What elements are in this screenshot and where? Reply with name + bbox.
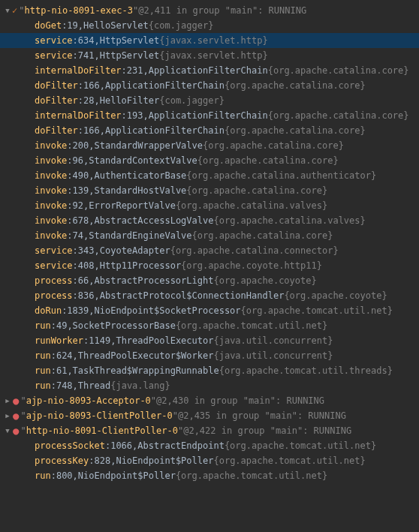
stack-frame[interactable]: run:49, SocketProcessorBase {org.apache.… (0, 318, 419, 333)
quote: " (20, 393, 26, 408)
thread-row[interactable]: ▼● "http-nio-8091-ClientPoller-0"@2,422 … (0, 423, 419, 438)
stack-frame[interactable]: internalDoFilter:231, ApplicationFilterC… (0, 63, 419, 78)
frame-class: ThreadPoolExecutor$Worker (78, 348, 214, 363)
chevron-right-icon[interactable]: ▶ (3, 393, 12, 408)
stack-frame[interactable]: runWorker:1149, ThreadPoolExecutor {java… (0, 333, 419, 348)
frame-line: 166 (83, 78, 100, 93)
frame-line: 1066 (110, 438, 132, 453)
frame-package: {org.apache.tomcat.util.net} (176, 318, 327, 333)
stack-frame[interactable]: doFilter:166, ApplicationFilterChain {or… (0, 78, 419, 93)
frame-line: 836 (78, 288, 95, 303)
frame-line: 61 (56, 363, 67, 378)
frame-class: AbstractEndpoint (137, 438, 225, 453)
frame-line: 1839 (67, 303, 89, 318)
frame-class: ApplicationFilterChain (149, 63, 268, 78)
stack-frame[interactable]: run:800, NioEndpoint$Poller {org.apache.… (0, 468, 419, 483)
breakpoint-icon: ● (13, 395, 19, 406)
thread-name: http-nio-8091-exec-3 (24, 3, 133, 18)
frame-method: processSocket (35, 438, 105, 453)
stack-frame[interactable]: processSocket:1066, AbstractEndpoint {or… (0, 438, 419, 453)
frame-method: invoke (35, 183, 67, 198)
stack-frame[interactable]: doRun:1839, NioEndpoint$SocketProcessor … (0, 303, 419, 318)
frame-class: ApplicationFilterChain (149, 108, 268, 123)
frame-line: 1149 (89, 333, 110, 348)
stack-frame[interactable]: invoke:74, StandardEngineValve {org.apac… (0, 228, 419, 243)
frame-method: run (35, 468, 51, 483)
check-icon: ✓ (12, 3, 17, 18)
thread-meta: "@2,430 in group "main": RUNNING (151, 393, 324, 408)
frame-line: 92 (73, 198, 83, 213)
frame-package: {org.apache.catalina.core} (225, 78, 366, 93)
stack-frame[interactable]: invoke:96, StandardContextValve {org.apa… (0, 153, 419, 168)
frame-class: AbstractProcessorLight (95, 273, 214, 288)
frame-method: doFilter (35, 78, 78, 93)
frame-line: 49 (56, 318, 67, 333)
frame-class: StandardEngineValve (89, 228, 191, 243)
frame-class: HelloServlet (83, 18, 149, 33)
chevron-down-icon[interactable]: ▼ (3, 3, 12, 18)
thread-name: ajp-nio-8093-ClientPoller-0 (26, 408, 173, 423)
frame-class: ThreadPoolExecutor (116, 333, 213, 348)
frame-class: CoyoteAdapter (100, 243, 170, 258)
stack-frame[interactable]: doGet:19, HelloServlet {com.jagger} (0, 18, 419, 33)
stack-frame[interactable]: processKey:828, NioEndpoint$Poller {org.… (0, 453, 419, 468)
chevron-right-icon[interactable]: ▶ (3, 408, 12, 423)
stack-frame[interactable]: invoke:490, AuthenticatorBase {org.apach… (0, 168, 419, 183)
stack-frame[interactable]: internalDoFilter:193, ApplicationFilterC… (0, 108, 419, 123)
thread-row[interactable]: ▼✓ "http-nio-8091-exec-3"@2,411 in group… (0, 3, 419, 18)
frame-line: 96 (73, 153, 83, 168)
stack-frame[interactable]: process:836, AbstractProtocol$Connection… (0, 288, 419, 303)
stack-frame[interactable]: doFilter:166, ApplicationFilterChain {or… (0, 123, 419, 138)
frame-package: {org.apache.catalina.core} (192, 228, 333, 243)
quote: " (20, 408, 26, 423)
stack-frame[interactable]: invoke:200, StandardWrapperValve {org.ap… (0, 138, 419, 153)
frame-class: NioEndpoint$Poller (116, 453, 213, 468)
frame-class: AbstractAccessLogValve (95, 213, 214, 228)
frame-package: {org.apache.catalina.core} (268, 108, 409, 123)
stack-frame[interactable]: service:343, CoyoteAdapter {org.apache.c… (0, 243, 419, 258)
thread-row[interactable]: ▶● "ajp-nio-8093-ClientPoller-0"@2,435 i… (0, 408, 419, 423)
breakpoint-icon: ● (13, 410, 19, 421)
frame-package: {org.apache.tomcat.util.net} (241, 303, 393, 318)
frame-class: Thread (78, 378, 110, 393)
frame-package: {org.apache.coyote} (213, 273, 316, 288)
frame-method: run (35, 318, 51, 333)
frame-line: 748 (56, 378, 73, 393)
thread-meta: "@2,422 in group "main": RUNNING (178, 423, 351, 438)
stack-frame[interactable]: service:408, Http11Processor {org.apache… (0, 258, 419, 273)
frame-line: 343 (78, 243, 95, 258)
frame-class: StandardWrapperValve (95, 138, 203, 153)
frame-class: HttpServlet (100, 48, 159, 63)
frame-package: {com.jagger} (159, 93, 225, 108)
stack-frame[interactable]: run:748, Thread {java.lang} (0, 378, 419, 393)
frame-class: NioEndpoint$SocketProcessor (95, 303, 241, 318)
frame-line: 200 (73, 138, 89, 153)
stack-frame[interactable]: invoke:92, ErrorReportValve {org.apache.… (0, 198, 419, 213)
frame-line: 678 (73, 213, 89, 228)
frame-package: {javax.servlet.http} (159, 48, 268, 63)
chevron-down-icon[interactable]: ▼ (3, 423, 12, 438)
frame-method: internalDoFilter (35, 108, 122, 123)
frame-package: {org.apache.catalina.core} (203, 138, 344, 153)
stack-frame[interactable]: service:634, HttpServlet {javax.servlet.… (0, 33, 419, 48)
frame-package: {org.apache.tomcat.util.threads} (219, 363, 393, 378)
frame-package: {java.lang} (110, 378, 170, 393)
thread-meta: "@2,411 in group "main": RUNNING (133, 3, 306, 18)
stack-frame[interactable]: invoke:139, StandardHostValve {org.apach… (0, 183, 419, 198)
thread-name: http-nio-8091-ClientPoller-0 (26, 423, 178, 438)
thread-meta: "@2,435 in group "main": RUNNING (173, 408, 346, 423)
frame-line: 66 (78, 273, 89, 288)
stack-frame[interactable]: run:61, TaskThread$WrappingRunnable {org… (0, 363, 419, 378)
stack-frame[interactable]: process:66, AbstractProcessorLight {org.… (0, 273, 419, 288)
frame-line: 74 (73, 228, 83, 243)
frame-method: internalDoFilter (35, 63, 122, 78)
frame-line: 800 (56, 468, 73, 483)
stack-frame[interactable]: run:624, ThreadPoolExecutor$Worker {java… (0, 348, 419, 363)
thread-row[interactable]: ▶● "ajp-nio-8093-Acceptor-0"@2,430 in gr… (0, 393, 419, 408)
stack-frame[interactable]: service:741, HttpServlet {javax.servlet.… (0, 48, 419, 63)
frame-class: NioEndpoint$Poller (78, 468, 176, 483)
stack-frame[interactable]: invoke:678, AbstractAccessLogValve {org.… (0, 213, 419, 228)
stack-frame[interactable]: doFilter:28, HelloFilter {com.jagger} (0, 93, 419, 108)
frame-package: {org.apache.catalina.valves} (176, 198, 327, 213)
frame-line: 741 (78, 48, 95, 63)
